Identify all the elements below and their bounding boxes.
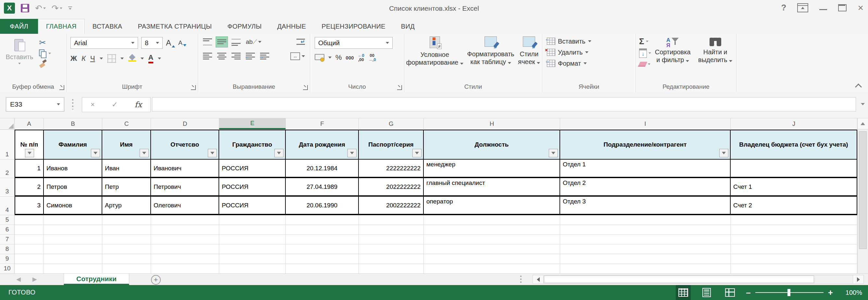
column-header-C[interactable]: C: [102, 118, 151, 129]
cell-D4[interactable]: Олегович: [151, 197, 219, 215]
page-layout-view-button[interactable]: [699, 285, 714, 300]
cell-F4[interactable]: 20.06.1990: [286, 197, 359, 215]
delete-cells-button[interactable]: × Удалить: [542, 47, 636, 58]
cell-J2[interactable]: [731, 159, 857, 178]
filter-dropdown-F[interactable]: [347, 149, 356, 157]
comma-style-button[interactable]: 000: [346, 55, 354, 60]
cell-I7[interactable]: [560, 235, 731, 244]
cell-D2[interactable]: Иванович: [151, 159, 219, 178]
cell-J9[interactable]: [731, 254, 857, 264]
cell-H9[interactable]: [424, 254, 560, 264]
align-middle-button[interactable]: [216, 36, 228, 48]
borders-button[interactable]: [107, 54, 116, 63]
cell-J4[interactable]: Счет 2: [731, 197, 857, 215]
cell-A8[interactable]: [14, 244, 44, 254]
row-header-8[interactable]: 8: [0, 244, 14, 254]
paste-button[interactable]: Вставить: [0, 34, 39, 68]
font-name-combo[interactable]: Arial: [70, 37, 138, 49]
cell-G3[interactable]: 2022222222: [359, 178, 424, 197]
cut-icon[interactable]: ✂: [39, 38, 51, 47]
filter-dropdown-H[interactable]: [549, 149, 558, 157]
cell-F10[interactable]: [286, 264, 359, 274]
table-header-A1[interactable]: № п/п: [14, 130, 44, 159]
name-box[interactable]: E33: [6, 97, 64, 112]
expand-formula-bar-button[interactable]: [861, 103, 865, 105]
fill-color-button[interactable]: [128, 55, 136, 62]
zoom-out-button[interactable]: –: [746, 289, 750, 296]
cell-D10[interactable]: [151, 264, 219, 274]
help-button[interactable]: ?: [781, 3, 786, 13]
grow-font-button[interactable]: А: [166, 38, 175, 48]
cell-H2[interactable]: менеджер: [424, 159, 560, 178]
cell-J8[interactable]: [731, 244, 857, 254]
table-header-C1[interactable]: Имя: [102, 130, 151, 159]
cell-B6[interactable]: [44, 225, 102, 235]
column-header-B[interactable]: B: [44, 118, 102, 129]
cell-H8[interactable]: [424, 244, 560, 254]
cell-B5[interactable]: [44, 215, 102, 225]
formula-input[interactable]: [152, 97, 856, 112]
tabbar-splitter[interactable]: [520, 276, 522, 283]
vertical-scrollbar[interactable]: [857, 118, 868, 273]
cell-A4[interactable]: 3: [14, 197, 44, 215]
cell-B10[interactable]: [44, 264, 102, 274]
row-header-9[interactable]: 9: [0, 254, 14, 264]
cell-I3[interactable]: Отдел 2: [560, 178, 731, 197]
cell-J6[interactable]: [731, 225, 857, 235]
horizontal-scrollbar[interactable]: [532, 275, 864, 284]
cell-G9[interactable]: [359, 254, 424, 264]
cell-H10[interactable]: [424, 264, 560, 274]
column-header-H[interactable]: H: [424, 118, 560, 129]
select-all-button[interactable]: [0, 118, 14, 129]
scroll-up-arrow[interactable]: [858, 118, 868, 129]
table-header-F1[interactable]: Дата рождения: [286, 130, 359, 159]
merge-center-button[interactable]: ↔: [289, 51, 307, 62]
cell-F6[interactable]: [286, 225, 359, 235]
column-header-F[interactable]: F: [286, 118, 359, 129]
scroll-left-arrow[interactable]: [533, 275, 544, 283]
cell-A6[interactable]: [14, 225, 44, 235]
column-header-D[interactable]: D: [151, 118, 219, 129]
sheet-nav-next-icon[interactable]: ▶: [32, 276, 37, 283]
align-right-button[interactable]: [230, 51, 242, 62]
decrease-indent-button[interactable]: ←: [244, 51, 256, 62]
row-header-5[interactable]: 5: [0, 215, 14, 225]
cell-I10[interactable]: [560, 264, 731, 274]
font-color-button[interactable]: А: [148, 53, 154, 63]
filter-dropdown-E[interactable]: [274, 149, 283, 157]
cell-I4[interactable]: Отдел 3: [560, 197, 731, 215]
cancel-entry-button[interactable]: ×: [91, 100, 95, 109]
cell-E3[interactable]: РОССИЯ: [219, 178, 286, 197]
row-header-7[interactable]: 7: [0, 235, 14, 244]
increase-indent-button[interactable]: →: [258, 51, 271, 62]
cell-H3[interactable]: главный специалист: [424, 178, 560, 197]
bold-button[interactable]: Ж: [70, 54, 77, 63]
cell-A7[interactable]: [14, 235, 44, 244]
cell-F3[interactable]: 27.04.1989: [286, 178, 359, 197]
row-header-1[interactable]: 1: [0, 130, 14, 159]
cell-J5[interactable]: [731, 215, 857, 225]
cell-E2[interactable]: РОССИЯ: [219, 159, 286, 178]
italic-button[interactable]: К: [82, 54, 86, 63]
borders-dropdown[interactable]: [121, 58, 124, 59]
insert-function-button[interactable]: fx: [135, 100, 142, 109]
cell-D9[interactable]: [151, 254, 219, 264]
cell-F7[interactable]: [286, 235, 359, 244]
cell-C7[interactable]: [102, 235, 151, 244]
row-header-10[interactable]: 10: [0, 264, 14, 274]
vertical-scroll-thumb[interactable]: [859, 131, 867, 249]
cell-F9[interactable]: [286, 254, 359, 264]
cell-E7[interactable]: [219, 235, 286, 244]
number-format-combo[interactable]: Общий: [315, 37, 393, 49]
cell-C2[interactable]: Иван: [102, 159, 151, 178]
font-size-combo[interactable]: 8: [141, 37, 163, 49]
zoom-level[interactable]: 100%: [841, 289, 862, 296]
number-dialog-launcher[interactable]: [397, 85, 402, 90]
table-header-H1[interactable]: Должность: [424, 130, 560, 159]
cell-H5[interactable]: [424, 215, 560, 225]
restore-button[interactable]: [838, 4, 846, 11]
table-header-J1[interactable]: Владелец бюджета (счет бух учета): [731, 130, 857, 159]
tab-insert[interactable]: ВСТАВКА: [85, 19, 130, 34]
cell-I9[interactable]: [560, 254, 731, 264]
cell-G10[interactable]: [359, 264, 424, 274]
